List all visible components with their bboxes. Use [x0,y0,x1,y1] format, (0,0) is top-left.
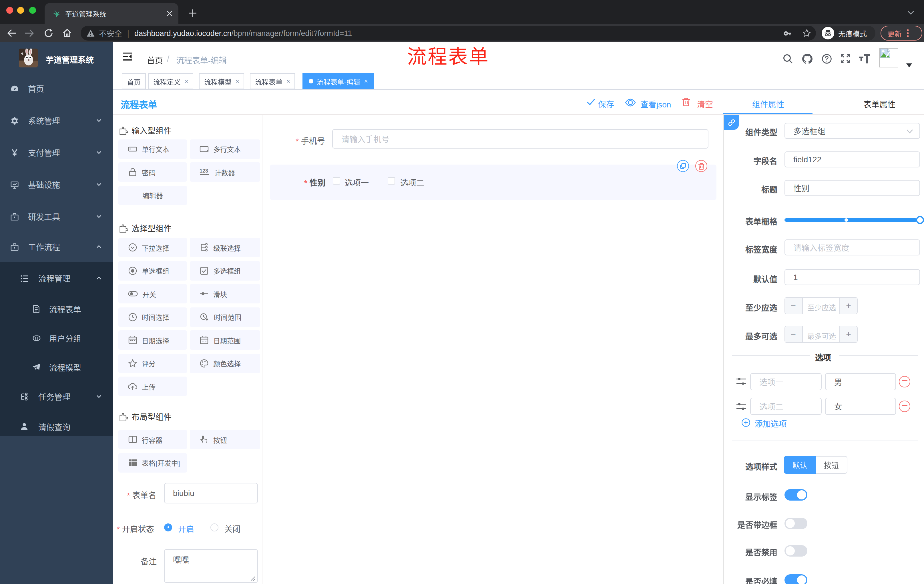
svg-text:123: 123 [200,168,208,174]
